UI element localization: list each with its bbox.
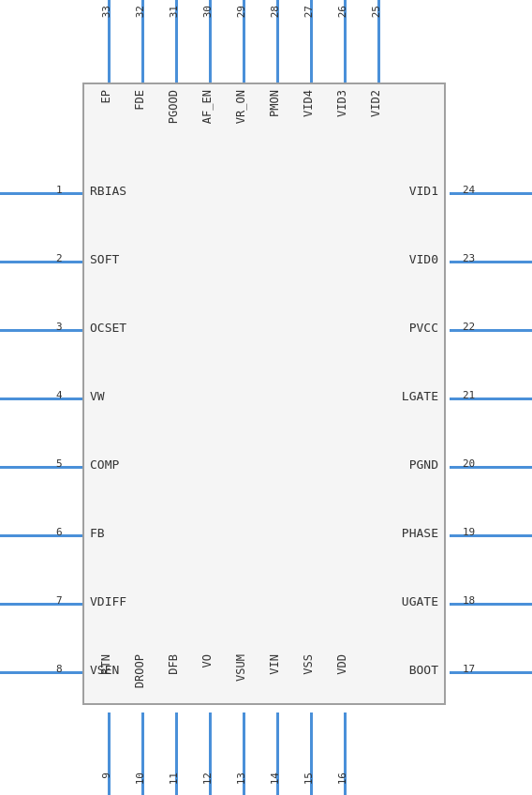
right-pin-22-num: 22: [463, 321, 475, 333]
left-pin-8-line: [0, 671, 82, 674]
left-pin-1-label: RBIAS: [90, 184, 126, 198]
right-pin-24-num: 24: [463, 184, 475, 196]
right-pin-20-num: 20: [463, 458, 475, 470]
left-pin-2-line: [0, 261, 82, 263]
right-pin-19-num: 19: [463, 526, 475, 538]
bottom-pin-15-label: VSS: [302, 654, 315, 675]
right-pin-17-num: 17: [463, 663, 475, 675]
top-pin-29-label: VR_ON: [234, 90, 247, 124]
right-pin-19-label: PHASE: [402, 526, 438, 540]
bottom-pin-9: [108, 712, 111, 795]
left-pin-5-line: [0, 466, 82, 469]
bottom-pin-13-num: 13: [235, 772, 247, 785]
top-pin-30-label: AF_EN: [200, 90, 214, 124]
top-pin-33-num: 33: [100, 6, 112, 18]
right-pin-21-num: 21: [463, 389, 475, 401]
bottom-pin-11-label: DFB: [167, 654, 180, 675]
top-pin-25-num: 25: [370, 6, 382, 18]
bottom-pin-12-num: 12: [201, 772, 214, 785]
top-pin-26-num: 26: [336, 6, 348, 18]
left-pin-2-num: 2: [56, 252, 63, 264]
ic-diagram: 33 EP 32 FDE 31 PGOOD 30 AF_EN 29 VR_ON …: [0, 0, 532, 795]
left-pin-7-num: 7: [56, 594, 63, 607]
top-pin-31-label: PGOOD: [167, 90, 180, 124]
left-pin-6-label: FB: [90, 526, 105, 540]
bottom-pin-16-num: 16: [336, 772, 348, 785]
right-pin-18-num: 18: [463, 594, 475, 607]
right-pin-23-num: 23: [463, 252, 475, 264]
left-pin-5-label: COMP: [90, 458, 119, 472]
left-pin-4-num: 4: [56, 389, 63, 401]
bottom-pin-10-num: 10: [134, 772, 146, 785]
bottom-pin-15-num: 15: [303, 772, 315, 785]
bottom-pin-9-num: 9: [100, 772, 112, 779]
left-pin-3-label: OCSET: [90, 321, 126, 335]
bottom-pin-14-num: 14: [269, 772, 281, 785]
left-pin-4-line: [0, 398, 82, 400]
bottom-pin-13-label: VSUM: [234, 654, 247, 682]
top-pin-30-num: 30: [201, 6, 214, 18]
right-pin-17-label: BOOT: [409, 663, 438, 677]
right-pin-23-label: VID0: [409, 252, 438, 266]
left-pin-3-num: 3: [56, 321, 63, 333]
right-pin-20-label: PGND: [409, 458, 438, 472]
bottom-pin-11-num: 11: [168, 772, 180, 785]
left-pin-7-line: [0, 603, 82, 606]
bottom-pin-14-label: VIN: [268, 654, 281, 675]
top-pin-28-label: PMON: [268, 90, 281, 117]
top-pin-29-num: 29: [235, 6, 247, 18]
left-pin-5-num: 5: [56, 458, 63, 470]
top-pin-31-num: 31: [168, 6, 180, 18]
right-pin-22-label: PVCC: [409, 321, 438, 335]
left-pin-3-line: [0, 329, 82, 332]
left-pin-8-num: 8: [56, 663, 63, 675]
right-pin-18-label: UGATE: [402, 594, 438, 608]
top-pin-25-label: VID2: [369, 90, 382, 117]
bottom-pin-12-label: VO: [200, 654, 214, 668]
bottom-pin-10-label: DROOP: [133, 654, 146, 688]
top-pin-28-num: 28: [269, 6, 281, 18]
top-pin-32-label: FDE: [133, 90, 146, 111]
top-pin-26-label: VID3: [335, 90, 348, 117]
left-pin-1-line: [0, 192, 82, 195]
right-pin-21-label: LGATE: [402, 389, 438, 403]
left-pin-1-num: 1: [56, 184, 63, 196]
left-pin-6-line: [0, 534, 82, 537]
top-pin-32-num: 32: [134, 6, 146, 18]
top-pin-33-label: EP: [99, 90, 112, 103]
left-pin-6-num: 6: [56, 526, 63, 538]
left-pin-7-label: VDIFF: [90, 594, 126, 608]
bottom-pin-16-label: VDD: [335, 654, 348, 675]
left-pin-4-label: VW: [90, 389, 105, 403]
ic-body: [82, 82, 446, 705]
left-pin-8-label: VSEN: [90, 663, 119, 677]
top-pin-27-num: 27: [303, 6, 315, 18]
left-pin-2-label: SOFT: [90, 252, 119, 266]
top-pin-27-label: VID4: [302, 90, 315, 117]
right-pin-24-label: VID1: [409, 184, 438, 198]
